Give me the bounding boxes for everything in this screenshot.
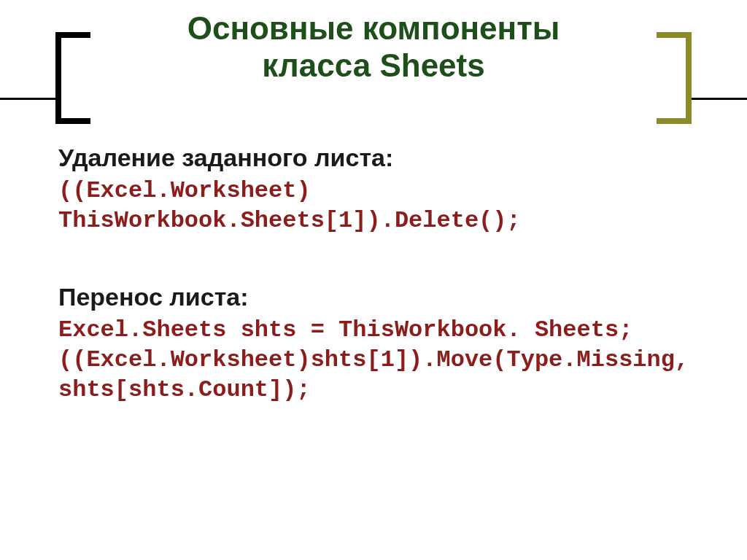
slide-body: Удаление заданного листа: ((Excel.Worksh…: [0, 84, 747, 405]
section2-heading: Перенос листа:: [58, 283, 696, 311]
section2-code: Excel.Sheets shts = ThisWorkbook. Sheets…: [58, 316, 696, 405]
section1-heading: Удаление заданного листа:: [58, 144, 696, 172]
section1-code: ((Excel.Worksheet) ThisWorkbook.Sheets[1…: [58, 176, 696, 236]
rule-right: [692, 98, 747, 100]
slide-title-line1: Основные компоненты: [187, 10, 560, 46]
rule-left: [0, 98, 55, 100]
section-gap: [58, 236, 696, 264]
slide-title-wrap: Основные компоненты класса Sheets: [0, 0, 747, 84]
slide-title-line2: класса Sheets: [262, 47, 484, 83]
slide-title: Основные компоненты класса Sheets: [187, 10, 560, 84]
